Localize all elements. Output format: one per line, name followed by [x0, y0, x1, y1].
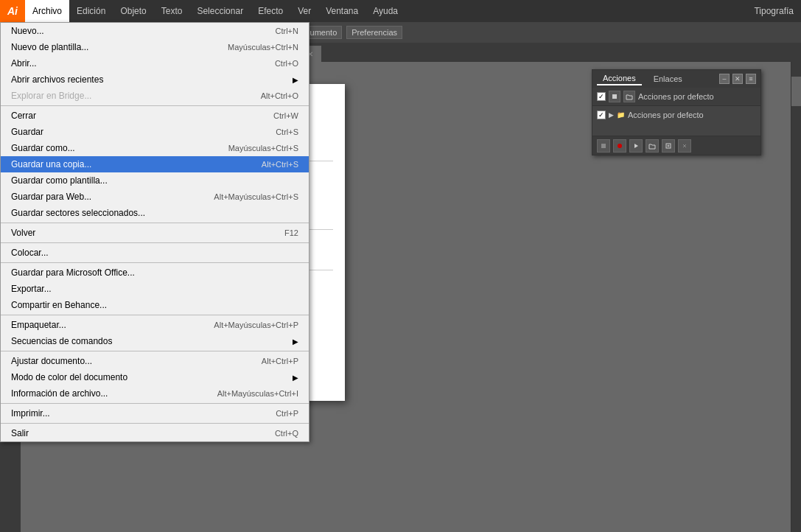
- action-stop-btn[interactable]: [597, 139, 610, 153]
- acciones-folder-label: Acciones por defecto: [638, 92, 756, 101]
- menu-item-abrir[interactable]: Abrir... Ctrl+O: [1, 55, 309, 71]
- menu-item-guardar-web[interactable]: Guardar para Web... Alt+Mayúsculas+Ctrl+…: [1, 189, 309, 205]
- action-play-btn[interactable]: [629, 139, 643, 153]
- action-checkbox[interactable]: ✓: [597, 92, 606, 101]
- panel-menu-btn[interactable]: ≡: [746, 74, 756, 84]
- action-new-item-btn[interactable]: [662, 139, 675, 153]
- panel-ctrl-folder-icon: 📁: [617, 111, 625, 119]
- tipografia-label: Tipografía: [754, 6, 801, 16]
- menu-efecto[interactable]: Efecto: [251, 0, 290, 22]
- menu-item-ajustar-doc[interactable]: Ajustar documento... Alt+Ctrl+P: [1, 353, 309, 369]
- menu-item-volver[interactable]: Volver F12: [1, 225, 309, 241]
- menu-item-guardar[interactable]: Guardar Ctrl+S: [1, 124, 309, 140]
- menu-item-guardar-copia[interactable]: Guardar una copia... Alt+Ctrl+S: [1, 156, 309, 172]
- menu-item-info-archivo[interactable]: Información de archivo... Alt+Mayúsculas…: [1, 385, 309, 402]
- menu-item-modo-color[interactable]: Modo de color del documento ▶: [1, 369, 309, 385]
- action-new-folder-btn[interactable]: [646, 139, 659, 153]
- scrollbar-thumb[interactable]: [791, 77, 801, 106]
- panel-ctrl-record[interactable]: [609, 91, 620, 102]
- menu-item-compartir-behance[interactable]: Compartir en Behance...: [1, 297, 309, 313]
- panel-footer: [592, 136, 760, 155]
- menu-ver[interactable]: Ver: [290, 0, 318, 22]
- menu-item-guardar-microsoft[interactable]: Guardar para Microsoft Office...: [1, 265, 309, 281]
- top-menubar: Ai Archivo Edición Objeto Texto Seleccio…: [0, 0, 801, 22]
- panel-window-controls: – ✕ ≡: [719, 74, 756, 84]
- acciones-panel: Acciones Enlaces – ✕ ≡ ✓ Acciones por de…: [592, 69, 761, 155]
- panel-minimize-btn[interactable]: –: [719, 74, 730, 84]
- panel-header: Acciones Enlaces – ✕ ≡: [592, 70, 760, 88]
- app-logo: Ai: [0, 0, 25, 22]
- separator-7: [1, 403, 309, 404]
- menu-item-salir[interactable]: Salir Ctrl+Q: [1, 425, 309, 441]
- panel-ctrl-folder[interactable]: [623, 91, 635, 102]
- svg-point-10: [618, 144, 622, 148]
- menu-item-guardar-como[interactable]: Guardar como... Mayúsculas+Ctrl+S: [1, 140, 309, 156]
- submenu-arrow-secuencias: ▶: [293, 337, 298, 346]
- menu-objeto[interactable]: Objeto: [113, 0, 153, 22]
- menu-item-cerrar[interactable]: Cerrar Ctrl+W: [1, 108, 309, 124]
- menu-item-guardar-plantilla[interactable]: Guardar como plantilla...: [1, 172, 309, 189]
- menu-item-empaquetar[interactable]: Empaquetar... Alt+Mayúsculas+Ctrl+P: [1, 317, 309, 333]
- acciones-default-label: Acciones por defecto: [628, 111, 704, 119]
- svg-rect-8: [612, 94, 617, 99]
- action-delete-btn[interactable]: [678, 139, 691, 153]
- separator-6: [1, 351, 309, 351]
- preferencias-btn[interactable]: Preferencias: [346, 26, 402, 39]
- action-default-checkbox[interactable]: ✓: [597, 111, 606, 119]
- menu-item-guardar-sectores[interactable]: Guardar sectores seleccionados...: [1, 205, 309, 221]
- menu-items: Archivo Edición Objeto Texto Seleccionar…: [25, 0, 405, 22]
- separator-5: [1, 315, 309, 315]
- menu-item-explorar: Explorar en Bridge... Alt+Ctrl+O: [1, 88, 309, 104]
- menu-ayuda[interactable]: Ayuda: [365, 0, 405, 22]
- separator-3: [1, 242, 309, 243]
- panel-tab-acciones[interactable]: Acciones: [597, 72, 642, 85]
- dropdown-menu: Nuevo... Ctrl+N Nuevo de plantilla... Ma…: [0, 22, 309, 442]
- menu-item-nuevo-plantilla[interactable]: Nuevo de plantilla... Mayúsculas+Ctrl+N: [1, 39, 309, 55]
- separator-1: [1, 105, 309, 106]
- menu-item-colocar[interactable]: Colocar...: [1, 245, 309, 261]
- panel-close-btn[interactable]: ✕: [732, 74, 743, 84]
- menu-item-imprimir[interactable]: Imprimir... Ctrl+P: [1, 405, 309, 421]
- panel-tab-enlaces[interactable]: Enlaces: [648, 73, 688, 85]
- menu-archivo[interactable]: Archivo: [25, 0, 69, 22]
- action-record-btn[interactable]: [613, 139, 626, 153]
- panel-controls: ✓ Acciones por defecto: [592, 88, 760, 106]
- right-scrollbar[interactable]: [791, 62, 801, 532]
- panel-ctrl-play-small: ▶: [609, 111, 614, 119]
- submenu-arrow-recientes: ▶: [293, 76, 298, 84]
- acciones-row-default: ✓ ▶ 📁 Acciones por defecto: [597, 109, 756, 121]
- menu-item-nuevo[interactable]: Nuevo... Ctrl+N: [1, 23, 309, 39]
- archivo-dropdown: Nuevo... Ctrl+N Nuevo de plantilla... Ma…: [0, 22, 309, 442]
- menu-item-abrir-recientes[interactable]: Abrir archivos recientes ▶: [1, 71, 309, 88]
- menu-seleccionar[interactable]: Seleccionar: [189, 0, 251, 22]
- menu-edicion[interactable]: Edición: [69, 0, 113, 22]
- svg-rect-9: [601, 144, 606, 148]
- svg-marker-11: [634, 144, 638, 148]
- separator-8: [1, 423, 309, 424]
- separator-4: [1, 262, 309, 263]
- menu-ventana[interactable]: Ventana: [318, 0, 365, 22]
- menu-texto[interactable]: Texto: [154, 0, 190, 22]
- menu-item-exportar[interactable]: Exportar...: [1, 281, 309, 297]
- panel-body: ✓ ▶ 📁 Acciones por defecto: [592, 106, 760, 136]
- submenu-arrow-color: ▶: [293, 374, 298, 382]
- separator-2: [1, 223, 309, 223]
- menu-item-secuencias[interactable]: Secuencias de comandos ▶: [1, 333, 309, 349]
